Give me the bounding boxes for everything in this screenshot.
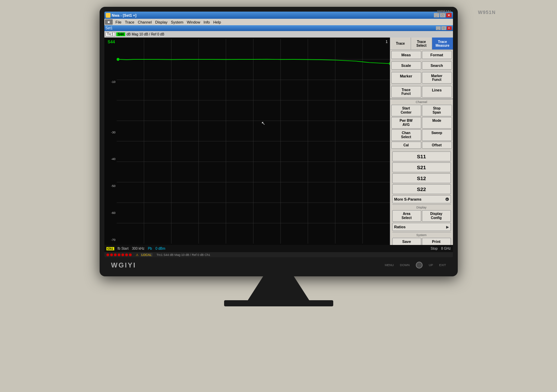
status-dots (106, 253, 132, 256)
display-config-btn[interactable]: DisplayConfig (422, 210, 451, 222)
lines-btn[interactable]: Lines (422, 86, 452, 98)
stop-span-btn[interactable]: StopSpan (422, 105, 452, 116)
sub-close-btn[interactable]: ✕ (447, 26, 452, 30)
bottom-trace-text: Trc1 S44 dB Mag 10 dB / Ref 0 dB Ch1 (157, 253, 210, 257)
chart-s44-label: S44 (108, 40, 115, 44)
bottom-trace-info: ⚠ LOCAL Trc1 S44 dB Mag 10 dB / Ref 0 dB… (104, 252, 453, 257)
menu-icon: ▣ (105, 19, 113, 25)
save-btn[interactable]: Save (392, 238, 421, 245)
monitor-bottom-strip: WGIYI MENU DOWN UP EXIT (104, 258, 453, 272)
tab-trace[interactable]: Trace (390, 38, 411, 49)
trc-label: Trc1 (106, 32, 115, 37)
screen-bezel: ⚡ Nwa - [Set1 +] _ □ ✕ ▣ File Trace Ch (104, 12, 453, 257)
mode-btn[interactable]: Mode (422, 117, 452, 129)
monitor-controls-row: MENU DOWN UP EXIT (385, 262, 446, 268)
offset-btn[interactable]: Offset (422, 142, 452, 149)
chart-channel-num: 1 (385, 40, 387, 44)
s21-btn[interactable]: S21 (392, 162, 451, 172)
start-center-btn[interactable]: StartCenter (391, 105, 421, 116)
s12-btn[interactable]: S12 (392, 173, 451, 183)
sub-restore-btn[interactable]: □ (441, 26, 446, 30)
area-select-btn[interactable]: AreaSelect (392, 210, 421, 222)
tab-trace-select[interactable]: TraceSelect (411, 38, 432, 49)
format-btn[interactable]: Format (422, 51, 452, 59)
menu-display[interactable]: Display (153, 20, 169, 25)
title-icon: ⚡ (106, 13, 111, 18)
menu-system[interactable]: System (169, 20, 185, 25)
stop-label: Stop (431, 247, 438, 250)
menu-channel[interactable]: Channel (136, 20, 153, 25)
meas-btn[interactable]: Meas (391, 51, 421, 59)
monitor-shell: W951N ⚡ Nwa - [Set1 +] _ □ ✕ (100, 7, 458, 276)
marker-funct-btn[interactable]: MarkerFunct (422, 72, 452, 84)
svg-marker-19 (389, 62, 390, 65)
pb-label: Pb (148, 247, 152, 250)
warning-icon: ⚠ (136, 253, 138, 257)
title-bar: ⚡ Nwa - [Set1 +] _ □ ✕ (104, 12, 453, 19)
ratios-btn[interactable]: Ratios ▶ (392, 223, 451, 231)
y-axis: -10 -30 -40 -50 -60 -70 (104, 39, 117, 244)
stop-val: 8 GHz (441, 247, 451, 250)
menu-info[interactable]: Info (202, 20, 211, 25)
more-sparams-btn[interactable]: More S-Params ● (392, 195, 451, 203)
s22-btn[interactable]: S22 (392, 184, 451, 194)
chan-select-btn[interactable]: ChanSelect (391, 129, 421, 141)
sub-minimize-btn[interactable]: _ (436, 26, 441, 30)
y-label-3: -30 (111, 131, 115, 134)
window-title: Nwa - [Set1 +] (112, 13, 136, 17)
power-knob[interactable] (416, 262, 423, 268)
up-control-label[interactable]: UP (429, 263, 433, 267)
pb-val: 0 dBm (156, 247, 165, 250)
menu-trace[interactable]: Trace (123, 20, 136, 25)
cursor: ↖ (261, 120, 265, 126)
menu-window[interactable]: Window (185, 20, 202, 25)
y-label-1: -10 (111, 80, 115, 84)
tab-trace-measure[interactable]: TraceMeasure (432, 38, 453, 49)
bottom-status-bar: Ch1 fb Start 300 kHz Pb 0 dBm Stop 8 GHz (104, 245, 453, 252)
cal-btn[interactable]: Cal (391, 142, 421, 149)
pwr-bw-avg-btn[interactable]: Pwr BWAVG (391, 117, 421, 129)
monitor-model-top: W951N (478, 10, 496, 15)
marker-btn[interactable]: Marker (391, 72, 421, 84)
y-label-7: -70 (111, 238, 115, 242)
trace-info-bar: Trc1 S44 dB Mag 10 dB / Ref 0 dB (104, 31, 453, 38)
screen: ⚡ Nwa - [Set1 +] _ □ ✕ ▣ File Trace Ch (104, 12, 453, 257)
chart-area: S44 1 (104, 38, 390, 245)
scale-info: dB Mag 10 dB / Ref 0 dB (127, 32, 164, 36)
freq-start-val: 300 kHz (132, 247, 145, 250)
sub-window-title: Set1 (106, 26, 113, 30)
monitor-model: W951N (437, 10, 451, 14)
freq-start-label: fb Start (118, 247, 129, 250)
sweep-btn[interactable]: Sweep (422, 129, 452, 141)
menu-file[interactable]: File (114, 20, 123, 25)
menu-bar: ▣ File Trace Channel Display System Wind… (104, 19, 453, 25)
scale-btn[interactable]: Scale (391, 61, 421, 70)
exit-control-label[interactable]: EXIT (439, 263, 446, 267)
s11-btn[interactable]: S11 (392, 151, 451, 161)
local-badge: LOCAL (141, 253, 153, 257)
sub-title-bar: Set1 _ □ ✕ (104, 25, 453, 31)
ch1-badge: Ch1 (106, 247, 114, 250)
down-control-label[interactable]: DOWN (400, 263, 410, 267)
chart-svg (117, 39, 390, 244)
menu-help[interactable]: Help (211, 20, 223, 25)
y-label-5: -50 (111, 184, 115, 188)
print-btn[interactable]: Print (422, 238, 451, 245)
monitor-stand (248, 276, 309, 300)
trace-tabs: Trace TraceSelect TraceMeasure (390, 38, 453, 50)
y-label-4: -40 (111, 157, 115, 161)
menu-control-label[interactable]: MENU (385, 263, 394, 267)
search-btn[interactable]: Search (422, 61, 452, 70)
main-content: S44 1 (104, 38, 453, 245)
y-label-6: -60 (111, 211, 115, 215)
monitor-base (224, 300, 333, 306)
trace-funct-btn[interactable]: TraceFunct (391, 86, 421, 98)
s-param-badge: S44 (116, 32, 125, 36)
right-panel: Trace TraceSelect TraceMeasure Meas Form… (390, 38, 453, 245)
monitor-brand-label: WGIYI (111, 261, 136, 269)
